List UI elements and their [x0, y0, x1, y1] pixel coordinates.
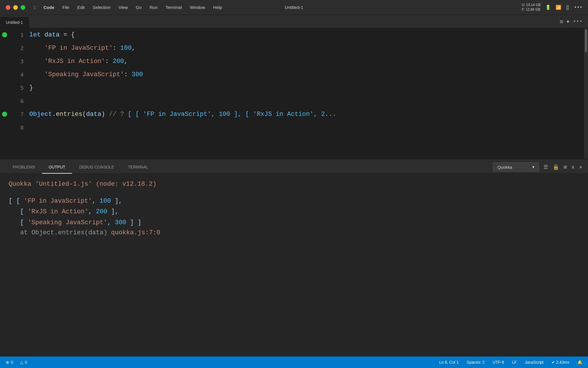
- tab-output[interactable]: OUTPUT: [42, 161, 72, 174]
- editor-tab-untitled[interactable]: Untitled-1: [0, 16, 29, 28]
- menu-code[interactable]: Code: [43, 5, 54, 10]
- tab-bar: Untitled-1 ⊞ ● •••: [0, 15, 588, 28]
- output-line-3: [ 'Speaking JavaScript', 300 ] ]: [9, 217, 579, 228]
- token-oparen: (: [82, 111, 86, 118]
- menu-run[interactable]: Run: [150, 5, 158, 10]
- minimize-button[interactable]: [13, 5, 18, 10]
- tab-bar-actions: ⊞ ● •••: [560, 15, 588, 28]
- token-colon3: :: [124, 71, 131, 78]
- menu-window[interactable]: Window: [190, 5, 205, 10]
- status-warnings[interactable]: △ 0: [20, 360, 27, 365]
- collapse-panel-icon[interactable]: ∧: [571, 164, 575, 170]
- token-indent3: [29, 58, 45, 65]
- code-line-2: 'FP in JavaScript' : 100 ,: [29, 41, 588, 55]
- menu-edit[interactable]: Edit: [77, 5, 85, 10]
- tab-problems[interactable]: PROBLEMS: [6, 161, 42, 174]
- token-entries: entries: [56, 111, 82, 118]
- editor-upper: Untitled-1 ⊞ ● •••: [0, 15, 588, 159]
- code-line-3: 'RxJS in Action' : 200 ,: [29, 55, 588, 68]
- output-source-dropdown[interactable]: Quokka ▾: [493, 162, 539, 172]
- editor-scrollbar[interactable]: [584, 28, 588, 159]
- bell-icon: 🔔: [577, 360, 582, 365]
- code-line-1: let data = {: [29, 28, 588, 41]
- token-num3: 300: [131, 71, 143, 78]
- line-num-6: 6: [20, 94, 24, 108]
- status-bar: ⊗ 0 △ 0 Ln 8, Col 1 Spaces: 2 UTF-8 LF J…: [0, 356, 588, 368]
- token-space1: [41, 31, 45, 39]
- code-content[interactable]: let data = { 'FP in JavaScript' : 100 ,: [29, 28, 588, 159]
- titlebar-left:  Code File Edit Selection View Go Run T…: [6, 5, 222, 10]
- more-icon[interactable]: •••: [574, 5, 582, 10]
- dot-icon: ●: [566, 19, 570, 24]
- token-data: data: [45, 31, 60, 39]
- menu-go[interactable]: Go: [136, 5, 142, 10]
- status-notifications[interactable]: 🔔: [577, 360, 582, 365]
- code-line-6: [29, 94, 588, 108]
- breakpoint-gutter: [0, 28, 9, 159]
- titlebar:  Code File Edit Selection View Go Run T…: [0, 0, 588, 15]
- status-quokka[interactable]: ✔ 2.43ms: [552, 360, 569, 365]
- line-num-4: 4: [20, 68, 24, 81]
- status-language[interactable]: JavaScript: [525, 360, 543, 365]
- output-line-1: [ [ 'FP in JavaScript', 100 ],: [9, 196, 579, 206]
- lock-icon[interactable]: 🔒: [553, 164, 559, 170]
- output-at-line: at Object.entries(data) quokka.js:7:0: [9, 229, 579, 236]
- line-num-1: 1: [20, 28, 24, 41]
- token-indent2: [29, 45, 45, 52]
- output-header: Quokka 'Untitled-1.js' (node: v12.18.2): [9, 181, 579, 188]
- token-comment: // ?: [105, 111, 128, 118]
- menu-file[interactable]: File: [62, 5, 69, 10]
- code-line-5: }: [29, 81, 588, 94]
- bp-slot-3: [0, 55, 9, 68]
- maximize-button[interactable]: [21, 5, 25, 10]
- tab-terminal[interactable]: TERMINAL: [121, 161, 155, 174]
- split-editor-icon[interactable]: ⊞: [560, 18, 563, 25]
- menu-terminal[interactable]: Terminal: [166, 5, 182, 10]
- token-str2: 'RxJS in Action': [45, 58, 105, 65]
- line-num-5: 5: [20, 81, 24, 94]
- status-ln-col[interactable]: Ln 8, Col 1: [439, 360, 459, 365]
- code-line-8: [29, 121, 588, 134]
- close-button[interactable]: [6, 5, 10, 10]
- status-right: Ln 8, Col 1 Spaces: 2 UTF-8 LF JavaScrip…: [439, 360, 582, 365]
- menu-view[interactable]: View: [119, 5, 128, 10]
- more-actions-icon[interactable]: •••: [573, 19, 582, 24]
- token-num1: 100: [120, 45, 132, 52]
- output-panel: PROBLEMS OUTPUT DEBUG CONSOLE TERMINAL Q…: [0, 159, 588, 356]
- tab-debug-console[interactable]: DEBUG CONSOLE: [72, 161, 121, 174]
- status-encoding[interactable]: UTF-8: [493, 360, 504, 365]
- ln-col-label: Ln 8, Col 1: [439, 360, 459, 365]
- control-center-icon[interactable]: ⣿: [566, 5, 569, 10]
- tab-problems-label: PROBLEMS: [13, 165, 35, 169]
- tab-terminal-label: TERMINAL: [128, 165, 148, 169]
- token-result: [ [ 'FP in JavaScript', 100 ], [ 'RxJS i…: [128, 111, 336, 118]
- window-title: Untitled-1: [285, 5, 303, 10]
- copy-icon[interactable]: ⊞: [564, 164, 567, 170]
- token-cparen: ): [101, 111, 105, 118]
- menu-help[interactable]: Help: [213, 5, 222, 10]
- code-editor[interactable]: 1 2 3 4 5 6 7 8 let data = {: [0, 28, 588, 159]
- status-spaces[interactable]: Spaces: 2: [467, 360, 485, 365]
- code-line-7: Object . entries ( data ) // ? [ [ 'FP i…: [29, 108, 588, 121]
- error-icon: ⊗: [6, 360, 9, 365]
- wifi-icon: 📶: [556, 5, 561, 10]
- token-eq: = {: [60, 31, 75, 39]
- dropdown-chevron: ▾: [532, 164, 535, 170]
- status-eol[interactable]: LF: [512, 360, 517, 365]
- tab-label: Untitled-1: [6, 20, 23, 25]
- line-num-3: 3: [20, 55, 24, 68]
- menu-apple[interactable]: : [34, 5, 35, 10]
- error-count: 0: [11, 360, 13, 365]
- token-colon1: :: [113, 45, 120, 52]
- output-line-2: [ 'RxJS in Action', 200 ],: [9, 206, 579, 217]
- line-num-8: 8: [20, 121, 24, 134]
- close-panel-icon[interactable]: ✕: [579, 164, 582, 170]
- status-errors[interactable]: ⊗ 0: [6, 360, 13, 365]
- breakpoint-1: [2, 32, 7, 37]
- menu-selection[interactable]: Selection: [93, 5, 111, 10]
- clear-output-icon[interactable]: ☰: [543, 164, 548, 170]
- output-content-area: Quokka 'Untitled-1.js' (node: v12.18.2) …: [0, 174, 588, 356]
- token-str1: 'FP in JavaScript': [45, 45, 113, 52]
- token-num2: 200: [113, 58, 124, 65]
- token-comma2: ,: [124, 58, 128, 65]
